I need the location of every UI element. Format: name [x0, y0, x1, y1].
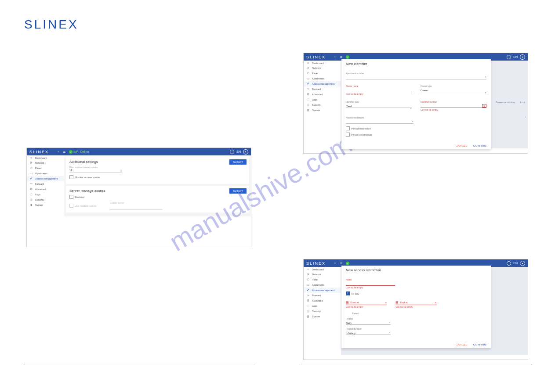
sidebar-item-logs[interactable]: ◌Logs	[304, 97, 341, 102]
cancel-button[interactable]: CANCEL	[456, 343, 467, 346]
sidebar-item-access-management[interactable]: ✔Access management	[304, 81, 341, 86]
close-icon[interactable]: ×	[385, 301, 387, 304]
sidebar-item-security[interactable]: ◎Security	[304, 102, 341, 108]
scan-icon[interactable]: ⊕	[482, 104, 486, 108]
globe-icon[interactable]	[230, 150, 234, 154]
calendar-icon: ▦	[395, 301, 399, 304]
end-at-field[interactable]: ▦ End at × Can not be empty	[395, 300, 436, 308]
sidebar-item-label: Apartments	[312, 284, 324, 286]
sidebar-item-label: Access management	[35, 177, 58, 180]
sidebar-item-system[interactable]: ▮System	[304, 108, 341, 113]
sidebar-item-network[interactable]: ⚞Network	[27, 160, 64, 165]
sidebar-item-label: Dashboard	[35, 157, 47, 159]
stepper-icon[interactable]: ⇕	[120, 169, 122, 172]
access-restrictions-field[interactable]: Access restrictions ▾	[346, 116, 414, 124]
name-field[interactable]: Name Can not be empty	[346, 278, 395, 289]
confirm-button[interactable]: CONFIRM	[473, 343, 486, 346]
user-icon[interactable]: ⚬	[243, 149, 248, 155]
sidebar-item-network[interactable]: ⚞Network	[304, 272, 341, 277]
sidebar-item-label: Advanced	[35, 188, 46, 191]
floor-input[interactable]: 12⇕	[69, 169, 122, 173]
sidebar-item-apartments[interactable]: ▭Apartments	[304, 282, 341, 288]
chevron-down-icon[interactable]: ▾	[389, 331, 391, 334]
sidebar-item-security[interactable]: ◎Security	[304, 309, 341, 314]
chevron-left-icon[interactable]: ‹	[334, 261, 336, 265]
menu-icon[interactable]: ≡	[340, 55, 342, 59]
enabled-checkbox[interactable]: Enabled	[69, 195, 246, 199]
nav-icon: ⚞	[305, 66, 311, 70]
nav-icon: ▭	[305, 283, 311, 287]
menu-icon[interactable]: ≡	[340, 261, 342, 266]
identifier-type-field[interactable]: Identifier type Card▾	[346, 101, 412, 111]
chevron-down-icon[interactable]: ▾	[485, 76, 486, 78]
passes-restriction-checkbox[interactable]: Passes restriction	[346, 133, 486, 137]
sidebar-item-network[interactable]: ⚞Network	[304, 65, 341, 71]
lang-label[interactable]: EN	[513, 262, 518, 265]
card-additional-settings: Additional settings SUBMIT Floor number/…	[66, 157, 249, 184]
owner-name-field[interactable]: Owner name Can not be empty	[346, 85, 412, 95]
sidebar-item-access-management[interactable]: ✔Access management	[304, 288, 341, 293]
user-icon[interactable]: ⚬	[520, 54, 525, 60]
cancel-button[interactable]: CANCEL	[456, 144, 467, 147]
repeat-duration-field[interactable]: Repeat duration Infinitely▾	[346, 327, 391, 335]
sidebar-item-dashboard[interactable]: ≡Dashboard	[27, 155, 64, 160]
app-logo: SLINEX	[306, 55, 326, 59]
sidebar-item-panel[interactable]: ✆Panel	[27, 165, 64, 171]
apartment-number-field[interactable]: Apartment number ▾	[346, 72, 486, 79]
menu-icon[interactable]: ≡	[63, 150, 65, 154]
sidebar-item-apartments[interactable]: ▭Apartments	[27, 171, 64, 176]
sidebar-item-logs[interactable]: ◌Logs	[304, 303, 341, 309]
sidebar-item-access-management[interactable]: ✔Access management	[27, 176, 64, 181]
sidebar-item-apartments[interactable]: ▭Apartments	[304, 76, 341, 81]
chevron-down-icon[interactable]: ▾	[410, 107, 412, 110]
lang-label[interactable]: EN	[236, 150, 241, 153]
lang-label[interactable]: EN	[513, 55, 518, 58]
divider	[301, 365, 532, 365]
sidebar-item-system[interactable]: ▮System	[304, 314, 341, 319]
sidebar-item-security[interactable]: ◎Security	[27, 197, 64, 202]
sidebar-item-forward[interactable]: ↪Forward	[304, 293, 341, 298]
nav-icon: ▮	[29, 203, 34, 207]
nav-icon: ⚙	[305, 299, 311, 302]
sidebar-item-dashboard[interactable]: ≡Dashboard	[304, 267, 341, 272]
submit-button[interactable]: SUBMIT	[229, 159, 247, 165]
user-icon[interactable]: ⚬	[520, 261, 525, 266]
sidebar-item-advanced[interactable]: ⚙Advanced	[27, 187, 64, 192]
globe-icon[interactable]	[507, 261, 511, 266]
nav-icon: ⚙	[305, 93, 311, 96]
chevron-down-icon[interactable]: ▾	[389, 321, 391, 324]
sidebar-item-advanced[interactable]: ⚙Advanced	[304, 92, 341, 97]
start-at-field[interactable]: ▦ Start at × Can not be empty	[346, 300, 387, 308]
confirm-button[interactable]: CONFIRM	[473, 144, 486, 147]
submit-button[interactable]: SUBMIT	[229, 188, 247, 194]
sidebar-item-advanced[interactable]: ⚙Advanced	[304, 298, 341, 303]
nav-icon: ▮	[305, 315, 311, 318]
sidebar-item-dashboard[interactable]: ≡Dashboard	[304, 61, 341, 65]
sidebar-item-logs[interactable]: ◌Logs	[27, 192, 64, 197]
calendar-icon: ▦	[346, 301, 349, 304]
identifier-number-field[interactable]: Identifier number ⊕ Can not be empty	[421, 101, 486, 111]
sidebar-item-forward[interactable]: ↪Forward	[27, 181, 64, 187]
monitor-access-checkbox[interactable]: Monitor access mode	[69, 175, 246, 179]
period-restriction-checkbox[interactable]: Period restriction	[346, 126, 486, 130]
all-day-checkbox[interactable]: All day	[346, 291, 486, 295]
card-title: Server manage access	[69, 189, 246, 193]
close-icon[interactable]: ×	[435, 301, 437, 304]
sidebar-item-label: Dashboard	[312, 62, 324, 65]
owner-type-field[interactable]: Owner type Owner▾	[421, 85, 486, 95]
chevron-left-icon[interactable]: ‹	[334, 55, 336, 59]
sidebar-item-label: Advanced	[312, 299, 323, 302]
chevron-left-icon[interactable]: ‹	[58, 150, 59, 154]
sip-status: ✓	[346, 55, 350, 59]
sidebar-item-label: Logs	[312, 98, 317, 101]
bg-col: Lock	[520, 101, 525, 104]
repeat-field[interactable]: Repeat Daily▾	[346, 317, 391, 325]
chevron-down-icon[interactable]: ▾	[485, 91, 486, 94]
sidebar-item-panel[interactable]: ✆Panel	[304, 71, 341, 76]
sidebar-item-forward[interactable]: ↪Forward	[304, 86, 341, 92]
chevron-down-icon[interactable]: ▾	[412, 120, 414, 122]
chevron-right-icon[interactable]: ›	[525, 115, 526, 118]
sidebar-item-panel[interactable]: ✆Panel	[304, 277, 341, 282]
sidebar-item-system[interactable]: ▮System	[27, 202, 64, 208]
globe-icon[interactable]	[507, 55, 511, 59]
